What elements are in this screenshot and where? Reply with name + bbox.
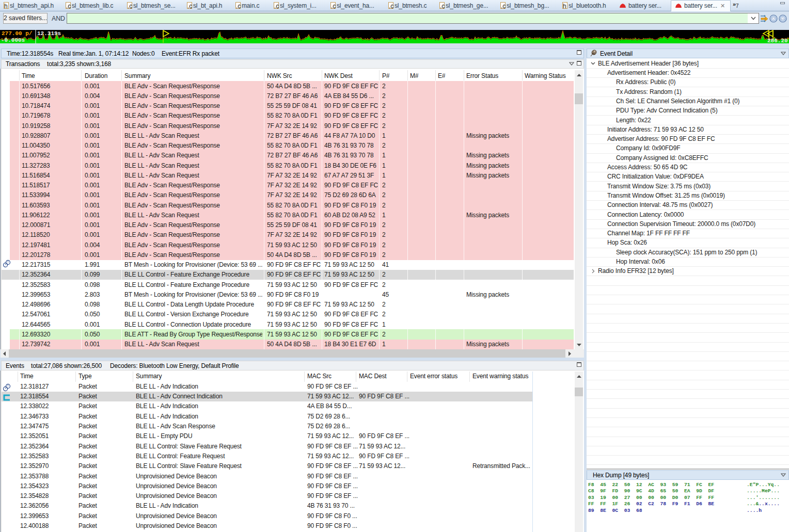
- svg-text:12.319s: 12.319s: [37, 30, 61, 37]
- svg-text:-0.000s: -0.000s: [1, 37, 25, 43]
- svg-text:286.20: 286.20: [767, 38, 788, 43]
- svg-text:277.00 p/: 277.00 p/: [2, 30, 33, 37]
